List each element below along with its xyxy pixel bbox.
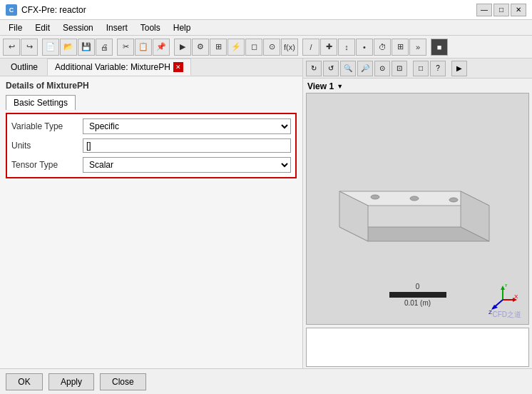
inner-tabs: Basic Settings (0, 92, 302, 110)
title-bar: C CFX-Pre: reactor — □ ✕ (0, 0, 532, 20)
menu-item-insert[interactable]: Insert (101, 21, 133, 34)
tb-copy[interactable]: 📋 (135, 39, 152, 56)
settings-box: Variable Type Specific Volumetric Unspec… (6, 113, 297, 178)
menu-bar: FileEditSessionInsertToolsHelp (0, 20, 532, 36)
ok-button[interactable]: OK (6, 373, 43, 390)
tb-slash2[interactable]: ✚ (320, 39, 337, 56)
apply-button[interactable]: Apply (48, 373, 94, 390)
tensor-type-label: Tensor Type (11, 160, 83, 170)
tb-mesh[interactable]: ⊞ (210, 39, 227, 56)
scale-bar: 0 0.01 (m) (389, 283, 446, 307)
close-button-bottom[interactable]: Close (100, 373, 146, 390)
units-input[interactable] (83, 138, 291, 153)
tb-print[interactable]: 🖨 (96, 39, 113, 56)
variable-type-select[interactable]: Specific Volumetric Unspecified (83, 118, 291, 134)
app-title: CFX-Pre: reactor (21, 5, 86, 15)
units-row: Units (11, 138, 291, 153)
view-rotate-btn[interactable]: ↻ (306, 61, 322, 76)
tab-additional-variable[interactable]: Additional Variable: MixturePH ✕ (47, 59, 191, 76)
tb-grid[interactable]: ⊞ (392, 39, 409, 56)
app-icon: C (6, 4, 17, 16)
view-play-btn[interactable]: ▶ (451, 61, 467, 76)
tb-paste[interactable]: 📌 (153, 39, 170, 56)
tb-clock[interactable]: ⏱ (374, 39, 391, 56)
tabs-row: Outline Additional Variable: MixturePH ✕ (0, 59, 302, 76)
tb-dot[interactable]: • (356, 39, 373, 56)
right-panel: ↻ ↺ 🔍 🔎 ⊙ ⊡ □ ? ▶ View 1 ▼ (303, 59, 532, 368)
tb-run[interactable]: ▶ (174, 39, 191, 56)
tb-physics[interactable]: ⚡ (227, 39, 245, 56)
window-controls[interactable]: — □ ✕ (476, 4, 526, 16)
variable-type-row: Variable Type Specific Volumetric Unspec… (11, 118, 291, 134)
view-label-row: View 1 ▼ (303, 79, 532, 93)
minimize-button[interactable]: — (476, 4, 492, 16)
3d-shape (318, 163, 518, 256)
tensor-type-control[interactable]: Scalar Vector Tensor (83, 157, 291, 173)
tensor-type-row: Tensor Type Scalar Vector Tensor (11, 157, 291, 173)
close-button[interactable]: ✕ (511, 4, 526, 16)
tb-color[interactable]: ■ (431, 39, 448, 56)
svg-text:Y: Y (504, 284, 508, 288)
tb-settings[interactable]: ⚙ (192, 39, 209, 56)
description-panel (306, 328, 529, 367)
units-label: Units (11, 141, 83, 151)
main-layout: Outline Additional Variable: MixturePH ✕… (0, 59, 532, 368)
menu-item-file[interactable]: File (3, 21, 28, 34)
view-box-btn[interactable]: ⊡ (392, 61, 407, 76)
tab-outline[interactable]: Outline (3, 59, 46, 76)
view-dropdown-arrow[interactable]: ▼ (337, 83, 343, 90)
details-header: Details of MixturePH (0, 76, 302, 92)
tb-more[interactable]: » (409, 39, 426, 56)
tb-arrow[interactable]: ↕ (338, 39, 355, 56)
units-control[interactable] (83, 138, 291, 153)
svg-text:Z: Z (488, 309, 492, 315)
menu-item-session[interactable]: Session (57, 21, 99, 34)
bottom-bar: OK Apply Close (0, 368, 532, 394)
scale-label: 0 (389, 283, 446, 291)
toolbar: ↩ ↪ 📄 📂 💾 🖨 ✂ 📋 📌 ▶ ⚙ ⊞ ⚡ ◻ ⊙ f(x) / ✚ ↕… (0, 36, 532, 59)
view-zoom-out-btn[interactable]: 🔎 (357, 61, 373, 76)
scale-sub-label: 0.01 (m) (389, 299, 446, 307)
tensor-type-select[interactable]: Scalar Vector Tensor (83, 157, 291, 173)
inner-tab-basic-settings[interactable]: Basic Settings (6, 95, 76, 110)
view-zoom-in-btn[interactable]: 🔍 (340, 61, 356, 76)
axes-svg: X Y Z (487, 284, 518, 315)
svg-point-4 (371, 195, 379, 199)
maximize-button[interactable]: □ (493, 4, 509, 16)
svg-point-5 (410, 196, 419, 201)
view-fit-btn[interactable]: ⊙ (374, 61, 390, 76)
view-help-btn[interactable]: ? (430, 61, 446, 76)
scale-line (389, 292, 446, 298)
viewport[interactable]: 0 0.01 (m) X Y (306, 93, 529, 325)
menu-item-tools[interactable]: Tools (135, 21, 166, 34)
details-name: MixturePH (46, 81, 88, 91)
tb-boundary[interactable]: ◻ (245, 39, 262, 56)
tb-open[interactable]: 📂 (60, 39, 77, 56)
view-display-btn[interactable]: □ (413, 61, 429, 76)
svg-text:X: X (514, 293, 518, 300)
tab-close-button[interactable]: ✕ (173, 62, 183, 72)
menu-item-help[interactable]: Help (168, 21, 197, 34)
tb-new[interactable]: 📄 (42, 39, 59, 56)
svg-point-6 (449, 198, 458, 202)
tb-undo[interactable]: ↩ (3, 39, 20, 56)
view-rotate2-btn[interactable]: ↺ (323, 61, 339, 76)
tb-redo[interactable]: ↪ (21, 39, 38, 56)
view-toolbar: ↻ ↺ 🔍 🔎 ⊙ ⊡ □ ? ▶ (303, 59, 532, 79)
left-panel: Outline Additional Variable: MixturePH ✕… (0, 59, 303, 368)
tb-cut[interactable]: ✂ (117, 39, 134, 56)
tb-domain[interactable]: ⊙ (263, 39, 280, 56)
tb-expr[interactable]: f(x) (281, 39, 298, 56)
tb-save[interactable]: 💾 (78, 39, 95, 56)
variable-type-label: Variable Type (11, 121, 83, 131)
tb-slash1[interactable]: / (302, 39, 319, 56)
menu-item-edit[interactable]: Edit (29, 21, 56, 34)
view-label: View 1 (307, 81, 334, 91)
variable-type-control[interactable]: Specific Volumetric Unspecified (83, 118, 291, 134)
axes-indicator: X Y Z (487, 284, 518, 315)
